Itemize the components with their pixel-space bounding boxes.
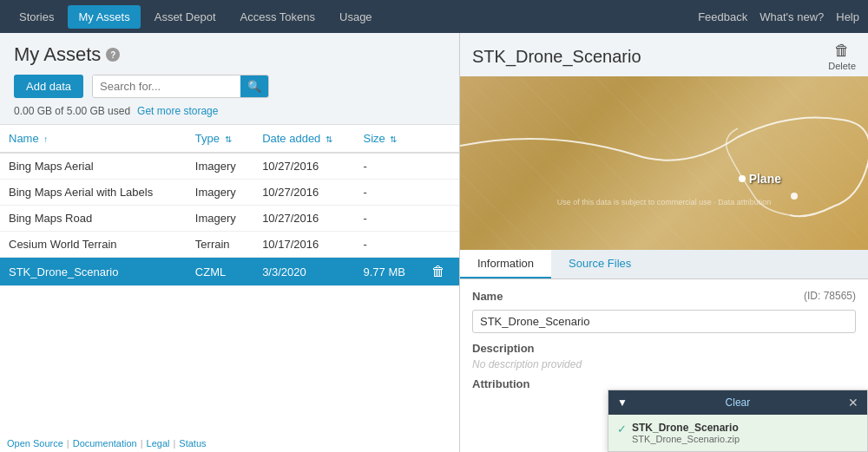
get-more-storage-link[interactable]: Get more storage [137,105,218,117]
asset-date: 3/3/2020 [253,258,354,286]
dropdown-header: ▼ Clear ✕ [608,390,867,415]
footer-open-source[interactable]: Open Source [7,438,63,449]
footer: Open Source | Documentation | Legal | St… [0,435,214,452]
tab-information[interactable]: Information [460,250,551,278]
asset-type: CZML [187,258,253,286]
footer-documentation[interactable]: Documentation [73,438,137,449]
asset-date: 10/27/2016 [253,206,354,232]
asset-name: STK_Drone_Scenario [0,258,187,286]
dropdown-item-text: STK_Drone_Scenario STK_Drone_Scenario.zi… [632,422,740,444]
add-data-button[interactable]: Add data [14,75,83,98]
asset-size: - [354,232,423,258]
map-attribution: Use of this data is subject to commercia… [557,198,772,206]
search-input[interactable] [93,75,240,97]
table-row[interactable]: STK_Drone_ScenarioCZML3/3/20209.77 MB🗑 [0,258,459,286]
footer-legal[interactable]: Legal [147,438,170,449]
footer-sep3: | [173,438,175,449]
dropdown-item-title: STK_Drone_Scenario [632,422,740,434]
attribution-label: Attribution [472,377,856,390]
asset-size: - [354,180,423,206]
toolbar: Add data 🔍 [14,75,445,98]
name-row: Name (ID: 78565) [472,290,856,303]
sort-size-icon: ⇅ [390,134,397,144]
nav-whats-new[interactable]: What's new? [760,10,824,23]
map-terrain: Plane Use of this data is subject to com… [460,76,868,250]
dropdown-item-subtitle: STK_Drone_Scenario.zip [632,434,740,444]
col-type[interactable]: Type ⇅ [187,125,253,153]
table-header-row: Name ↑ Type ⇅ Date added ⇅ Size ⇅ [0,125,459,153]
main-container: My Assets ? Add data 🔍 0.00 GB of 5.00 G… [0,33,868,452]
table-row[interactable]: Bing Maps AerialImagery10/27/2016- [0,153,459,180]
asset-id: (ID: 78565) [804,290,856,302]
sort-name-icon: ↑ [43,134,48,144]
dropdown-arrow-icon[interactable]: ▼ [617,396,628,409]
sort-date-icon: ⇅ [326,134,332,144]
top-nav: Stories My Assets Asset Depot Access Tok… [0,0,868,33]
map-preview: Plane Use of this data is subject to com… [460,76,868,250]
row-delete-cell [423,153,459,180]
col-size[interactable]: Size ⇅ [354,125,423,153]
nav-item-my-assets[interactable]: My Assets [68,5,140,29]
asset-title: STK_Drone_Scenario [472,47,641,67]
nav-left: Stories My Assets Asset Depot Access Tok… [9,5,383,29]
name-label: Name [472,290,503,303]
svg-point-0 [791,193,798,200]
nav-item-stories[interactable]: Stories [9,5,64,29]
table-row[interactable]: Bing Maps RoadImagery10/27/2016- [0,206,459,232]
col-date[interactable]: Date added ⇅ [253,125,354,153]
description-placeholder: No description provided [472,358,856,370]
asset-size: 9.77 MB [354,258,423,286]
nav-item-asset-depot[interactable]: Asset Depot [144,5,227,29]
tab-source-files[interactable]: Source Files [551,250,648,278]
page-title: My Assets [14,43,101,66]
asset-size: - [354,206,423,232]
asset-type: Terrain [187,232,253,258]
row-delete-cell [423,232,459,258]
info-content: Name (ID: 78565) Description No descript… [460,279,868,452]
row-delete-icon[interactable]: 🗑 [431,264,445,278]
asset-date: 10/27/2016 [253,180,354,206]
check-icon: ✓ [617,423,627,436]
plane-dot [739,175,746,182]
close-dropdown-button[interactable]: ✕ [848,396,858,409]
clear-button[interactable]: Clear [726,396,751,409]
table-row[interactable]: Cesium World TerrainTerrain10/17/2016- [0,232,459,258]
footer-sep2: | [141,438,143,449]
table-row[interactable]: Bing Maps Aerial with LabelsImagery10/27… [0,180,459,206]
assets-table: Name ↑ Type ⇅ Date added ⇅ Size ⇅ Bing M… [0,125,459,452]
storage-bar: 0.00 GB of 5.00 GB used Get more storage [14,105,445,117]
dropdown-header-left: ▼ [617,396,628,409]
footer-status[interactable]: Status [179,438,206,449]
row-delete-cell [423,206,459,232]
nav-item-usage[interactable]: Usage [329,5,383,29]
plane-label: Plane [739,172,781,186]
row-delete-cell [423,180,459,206]
col-actions [423,125,459,153]
asset-date: 10/17/2016 [253,232,354,258]
nav-item-access-tokens[interactable]: Access Tokens [230,5,326,29]
asset-size: - [354,153,423,180]
help-icon[interactable]: ? [106,48,120,62]
nav-right: Feedback What's new? Help [698,10,859,23]
storage-text: 0.00 GB of 5.00 GB used [14,105,130,117]
asset-type: Imagery [187,153,253,180]
asset-name-field[interactable] [472,310,856,333]
col-name[interactable]: Name ↑ [0,125,187,153]
dropdown-item[interactable]: ✓ STK_Drone_Scenario STK_Drone_Scenario.… [608,415,867,451]
page-title-area: My Assets ? [14,43,445,66]
asset-type: Imagery [187,206,253,232]
info-tabs: Information Source Files [460,250,868,279]
nav-help[interactable]: Help [836,10,859,23]
left-header: My Assets ? Add data 🔍 0.00 GB of 5.00 G… [0,33,459,125]
map-path-svg [460,76,868,250]
nav-feedback[interactable]: Feedback [698,10,747,23]
search-wrapper: 🔍 [92,75,269,98]
asset-name: Cesium World Terrain [0,232,187,258]
asset-date: 10/27/2016 [253,153,354,180]
search-button[interactable]: 🔍 [240,75,268,97]
delete-button[interactable]: 🗑 Delete [828,42,856,71]
asset-title-bar: STK_Drone_Scenario 🗑 Delete [460,33,868,76]
sort-type-icon: ⇅ [225,134,232,144]
asset-type: Imagery [187,180,253,206]
dropdown-overlay: ▼ Clear ✕ ✓ STK_Drone_Scenario STK_Drone… [608,390,868,452]
